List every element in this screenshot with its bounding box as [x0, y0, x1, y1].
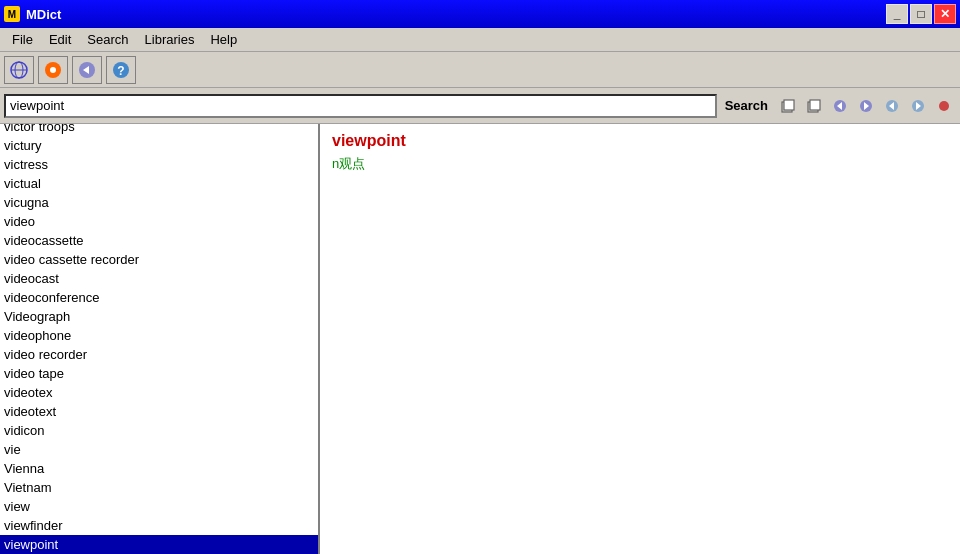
definition-panel: viewpoint n观点 [320, 124, 960, 554]
list-item[interactable]: video recorder [0, 345, 318, 364]
menu-search[interactable]: Search [79, 30, 136, 49]
list-item[interactable]: victury [0, 136, 318, 155]
list-item[interactable]: victress [0, 155, 318, 174]
nav-next-icon[interactable] [854, 95, 878, 117]
list-item[interactable]: videocast [0, 269, 318, 288]
svg-point-4 [50, 67, 56, 73]
titlebar-left: M MDict [4, 6, 61, 22]
list-item[interactable]: victor troops [0, 124, 318, 136]
menu-file[interactable]: File [4, 30, 41, 49]
list-item[interactable]: videophone [0, 326, 318, 345]
word-list[interactable]: victimizationvictimizevictorVictoriavict… [0, 124, 318, 554]
search-label: Search [721, 98, 772, 113]
list-item[interactable]: vie [0, 440, 318, 459]
extra-icon[interactable] [932, 95, 956, 117]
list-item[interactable]: videoconference [0, 288, 318, 307]
copy-icon-1[interactable] [776, 95, 800, 117]
list-item[interactable]: Videograph [0, 307, 318, 326]
close-button[interactable]: ✕ [934, 4, 956, 24]
list-item[interactable]: vidicon [0, 421, 318, 440]
list-item[interactable]: view [0, 497, 318, 516]
window-controls: _ □ ✕ [886, 4, 956, 24]
list-item[interactable]: video cassette recorder [0, 250, 318, 269]
maximize-button[interactable]: □ [910, 4, 932, 24]
toolbar: ? [0, 52, 960, 88]
menu-edit[interactable]: Edit [41, 30, 79, 49]
definition-word: viewpoint [332, 132, 948, 150]
main-content: victimizationvictimizevictorVictoriavict… [0, 124, 960, 554]
nav-prev-icon[interactable] [828, 95, 852, 117]
nav-prev2-icon[interactable] [880, 95, 904, 117]
menubar: File Edit Search Libraries Help [0, 28, 960, 52]
list-item[interactable]: viewfinder [0, 516, 318, 535]
list-item[interactable]: vicugna [0, 193, 318, 212]
toolbar-web-btn[interactable] [4, 56, 34, 84]
toolbar-globe-btn[interactable] [38, 56, 68, 84]
list-item[interactable]: video tape [0, 364, 318, 383]
toolbar-back-btn[interactable] [72, 56, 102, 84]
list-item[interactable]: Vienna [0, 459, 318, 478]
top-search-icons [776, 95, 956, 117]
toolbar-help-btn[interactable]: ? [106, 56, 136, 84]
list-item[interactable]: Vietnam [0, 478, 318, 497]
list-item[interactable]: viewpoint [0, 535, 318, 554]
search-input[interactable] [4, 94, 717, 118]
svg-point-21 [939, 101, 949, 111]
svg-text:?: ? [117, 64, 124, 78]
list-item[interactable]: videotex [0, 383, 318, 402]
svg-rect-12 [810, 100, 820, 110]
svg-rect-10 [784, 100, 794, 110]
titlebar: M MDict _ □ ✕ [0, 0, 960, 28]
menu-help[interactable]: Help [202, 30, 245, 49]
definition-text: n观点 [332, 154, 948, 175]
searchbar: Search [0, 88, 960, 124]
nav-next2-icon[interactable] [906, 95, 930, 117]
menu-libraries[interactable]: Libraries [137, 30, 203, 49]
app-icon: M [4, 6, 20, 22]
list-item[interactable]: videotext [0, 402, 318, 421]
list-item[interactable]: video [0, 212, 318, 231]
list-item[interactable]: videocassette [0, 231, 318, 250]
copy-icon-2[interactable] [802, 95, 826, 117]
list-item[interactable]: victual [0, 174, 318, 193]
minimize-button[interactable]: _ [886, 4, 908, 24]
app-title: MDict [26, 7, 61, 22]
word-list-panel: victimizationvictimizevictorVictoriavict… [0, 124, 320, 554]
